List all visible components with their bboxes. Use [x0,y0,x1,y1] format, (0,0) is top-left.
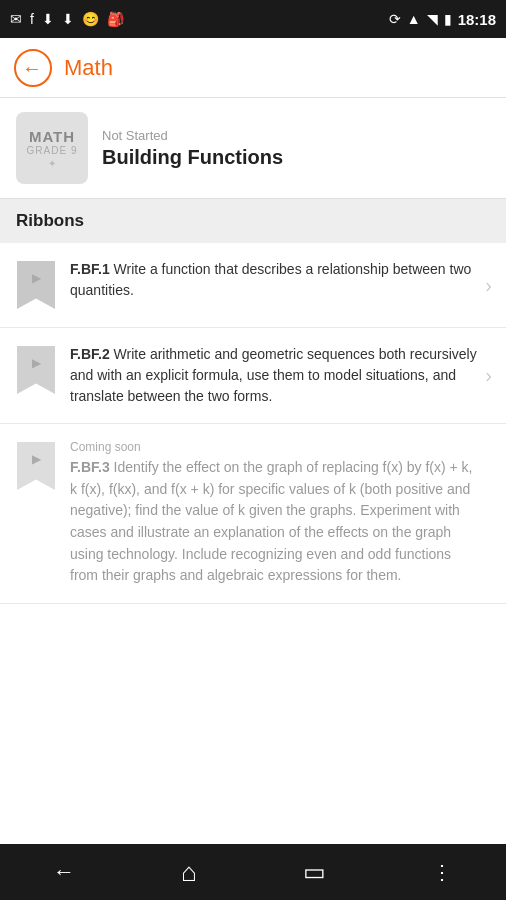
wifi-icon: ▲ [407,11,421,27]
ribbon-item-fbf1[interactable]: F.BF.1 Write a function that describes a… [0,243,506,328]
subject-name: Building Functions [102,146,283,169]
status-bar: ✉ f ⬇ ⬇ 😊 🎒 ⟳ ▲ ◥ ▮ 18:18 [0,0,506,38]
bookmark-icon-fbf3 [17,442,55,490]
ribbon-code-fbf2: F.BF.2 [70,346,110,362]
bottom-nav: ← ⌂ ▭ ⋮ [0,844,506,900]
status-time: 18:18 [458,11,496,28]
ribbon-code-fbf3: F.BF.3 [70,459,110,475]
ribbon-icon-fbf3 [14,440,58,492]
back-arrow-icon: ← [22,58,42,78]
subject-info: Not Started Building Functions [102,128,283,169]
ribbon-title-fbf2: F.BF.2 Write arithmetic and geometric se… [70,344,477,407]
ribbon-title-fbf1: F.BF.1 Write a function that describes a… [70,259,477,301]
ribbon-content-fbf1: F.BF.1 Write a function that describes a… [70,259,485,301]
status-bar-icons: ✉ f ⬇ ⬇ 😊 🎒 [10,11,124,27]
ribbon-icon-fbf2 [14,344,58,396]
ribbon-title-fbf3: F.BF.3 Identify the effect on the graph … [70,457,477,587]
nav-bar: ← Math [0,38,506,98]
ribbon-list: F.BF.1 Write a function that describes a… [0,243,506,844]
ribbons-label: Ribbons [16,211,84,230]
chevron-icon-fbf1: › [485,274,492,297]
back-nav-button[interactable]: ← [45,851,83,893]
signal-icon: ◥ [427,11,438,27]
ribbon-desc-fbf2: Write arithmetic and geometric sequences… [70,346,477,404]
chevron-icon-fbf2: › [485,364,492,387]
ribbon-item-fbf2[interactable]: F.BF.2 Write arithmetic and geometric se… [0,328,506,424]
badge-subject: MATH [29,128,75,145]
ribbon-icon-fbf1 [14,259,58,311]
ribbon-desc-fbf1: Write a function that describes a relati… [70,261,471,298]
gmail-icon: ✉ [10,11,22,27]
home-nav-button[interactable]: ⌂ [173,849,205,896]
rotate-icon: ⟳ [389,11,401,27]
subject-header: MATH GRADE 9 ✦ Not Started Building Func… [0,98,506,199]
page-title: Math [64,55,113,81]
ribbon-desc-fbf3: Identify the effect on the graph of repl… [70,459,472,583]
bookmark-icon-fbf1 [17,261,55,309]
back-button[interactable]: ← [14,49,52,87]
download-icon-1: ⬇ [42,11,54,27]
ribbon-content-fbf2: F.BF.2 Write arithmetic and geometric se… [70,344,485,407]
status-bar-right: ⟳ ▲ ◥ ▮ 18:18 [389,11,496,28]
ribbon-code-fbf1: F.BF.1 [70,261,110,277]
recents-nav-button[interactable]: ▭ [295,850,334,894]
facebook-icon: f [30,11,34,27]
subject-status: Not Started [102,128,283,143]
subject-badge: MATH GRADE 9 ✦ [16,112,88,184]
emoji-icon: 😊 [82,11,99,27]
bookmark-icon-fbf2 [17,346,55,394]
battery-icon: ▮ [444,11,452,27]
badge-grade: GRADE 9 [27,145,78,156]
badge-star-icon: ✦ [48,158,56,169]
ribbons-section-header: Ribbons [0,199,506,243]
download-icon-2: ⬇ [62,11,74,27]
bag-icon: 🎒 [107,11,124,27]
ribbon-content-fbf3: Coming soon F.BF.3 Identify the effect o… [70,440,485,587]
coming-soon-label: Coming soon [70,440,477,454]
ribbon-item-fbf3: Coming soon F.BF.3 Identify the effect o… [0,424,506,604]
more-nav-button[interactable]: ⋮ [424,852,461,892]
